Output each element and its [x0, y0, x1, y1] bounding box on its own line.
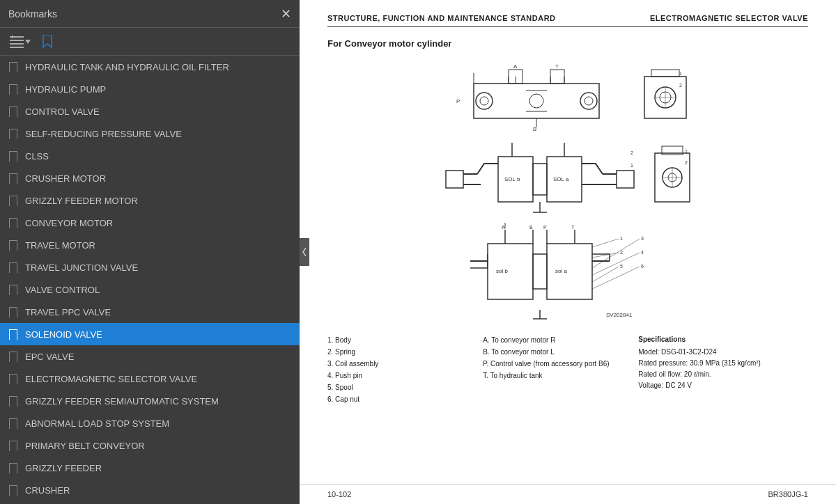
sidebar-item-1[interactable]: HYDRAULIC TANK AND HYDRAULIC OIL FILTER	[0, 56, 300, 78]
sidebar-item-2[interactable]: HYDRAULIC PUMP	[0, 78, 300, 100]
legend-item-2: 2. Spring	[327, 347, 469, 358]
bookmark-item-label: GRIZZLY FEEDER SEMIAUTOMATIC SYSTEM	[25, 396, 219, 407]
sidebar-item-21[interactable]: CRUSHER TOOTH TIP ADJUSTMENT SYSTEM	[0, 501, 300, 504]
page-footer: 10-102 BR380JG-1	[300, 484, 836, 504]
svg-text:1: 1	[685, 149, 688, 154]
bookmark-item-icon	[8, 485, 18, 496]
bookmark-item-label: TRAVEL PPC VALVE	[25, 307, 111, 317]
bookmark-item-icon	[8, 418, 18, 429]
svg-rect-64	[547, 244, 592, 299]
bookmark-panel-button[interactable]	[39, 33, 56, 50]
bookmark-item-icon	[8, 217, 18, 228]
bookmark-item-icon	[8, 150, 18, 162]
svg-text:SV202841: SV202841	[606, 312, 633, 318]
bookmark-item-icon	[8, 195, 18, 206]
diagram-bottom-main: sol b sol a 1	[467, 223, 669, 320]
chevron-left-icon	[302, 248, 307, 256]
sidebar-item-7[interactable]: GRIZZLY FEEDER MOTOR	[0, 189, 300, 212]
svg-text:SOL b: SOL b	[504, 176, 520, 182]
list-view-button[interactable]	[7, 34, 33, 49]
doc-header: STRUCTURE, FUNCTION AND MAINTENANCE STAN…	[327, 14, 808, 27]
svg-text:sol b: sol b	[496, 268, 508, 274]
svg-text:P: P	[456, 98, 460, 104]
page-content: STRUCTURE, FUNCTION AND MAINTENANCE STAN…	[300, 0, 836, 484]
bookmark-item-label: HYDRAULIC TANK AND HYDRAULIC OIL FILTER	[25, 62, 229, 72]
svg-rect-27	[651, 70, 679, 77]
specs-col: Specifications Model: DSG-01-3C2-D24 Rat…	[638, 334, 808, 406]
sidebar-item-9[interactable]: TRAVEL MOTOR	[0, 234, 300, 256]
bookmark-icon	[42, 35, 53, 49]
svg-line-80	[592, 239, 640, 268]
svg-rect-12	[550, 70, 564, 84]
sidebar-item-20[interactable]: CRUSHER	[0, 479, 300, 501]
svg-rect-34	[446, 171, 463, 188]
svg-line-79	[592, 253, 619, 258]
bookmark-item-label: HYDRAULIC PUMP	[25, 84, 106, 95]
svg-rect-61	[488, 244, 533, 299]
list-icon	[10, 36, 24, 48]
collapse-sidebar-button[interactable]	[300, 238, 309, 266]
sidebar-item-10[interactable]: TRAVEL JUNCTION VALVE	[0, 256, 300, 278]
bookmark-item-icon	[8, 462, 18, 473]
sidebar-item-5[interactable]: CLSS	[0, 145, 300, 167]
doc-header-left: STRUCTURE, FUNCTION AND MAINTENANCE STAN…	[327, 14, 556, 22]
main-content: STRUCTURE, FUNCTION AND MAINTENANCE STAN…	[300, 0, 836, 504]
diagram-row-2: SOL b SOL a	[327, 139, 808, 216]
svg-marker-5	[25, 40, 31, 44]
legend-item-6: 6. Cap nut	[327, 394, 469, 405]
legend-col-1: 1. Body 2. Spring 3. Coil assembly 4. Pu…	[327, 334, 469, 406]
legend-col-2: A. To conveyor motor R B. To conveyor mo…	[483, 334, 624, 406]
svg-rect-3	[10, 47, 24, 48]
sidebar-item-16[interactable]: GRIZZLY FEEDER SEMIAUTOMATIC SYSTEM	[0, 390, 300, 412]
dropdown-icon	[25, 40, 31, 44]
svg-line-81	[592, 253, 640, 275]
spec-flow: Rated oil flow: 20 ℓ/min.	[638, 369, 808, 380]
footer-left: 10-102	[327, 490, 351, 498]
diagram-middle-main: SOL b SOL a	[442, 139, 637, 216]
bookmark-item-icon	[8, 284, 18, 295]
footer-right: BR380JG-1	[768, 490, 808, 498]
bookmark-item-label: EPC VALVE	[25, 352, 74, 362]
bookmark-item-icon	[8, 440, 18, 451]
sidebar-header: Bookmarks ✕	[0, 0, 300, 28]
bookmark-item-icon	[8, 173, 18, 184]
sidebar-item-4[interactable]: SELF-REDUCING PRESSURE VALVE	[0, 123, 300, 145]
sidebar-item-18[interactable]: PRIMARY BELT CONVEYOR	[0, 434, 300, 457]
svg-text:6: 6	[641, 264, 644, 269]
sidebar-item-19[interactable]: GRIZZLY FEEDER	[0, 457, 300, 479]
sidebar-item-8[interactable]: CONVEYOR MOTOR	[0, 212, 300, 234]
sidebar-item-17[interactable]: ABNORMAL LOAD STOP SYSTEM	[0, 412, 300, 434]
bookmark-item-label: VALVE CONTROL	[25, 285, 100, 295]
close-button[interactable]: ✕	[281, 8, 291, 20]
sidebar: Bookmarks ✕ HYDRAULIC TANK AND HYDRAULIC…	[0, 0, 300, 504]
bookmark-item-label: ABNORMAL LOAD STOP SYSTEM	[25, 418, 169, 429]
sidebar-item-15[interactable]: ELECTROMAGNETIC SELECTOR VALVE	[0, 368, 300, 390]
bookmark-item-label: SOLENOID VALVE	[25, 329, 102, 340]
svg-text:A: A	[513, 63, 518, 70]
bookmark-item-icon	[8, 84, 18, 95]
sidebar-item-11[interactable]: VALVE CONTROL	[0, 278, 300, 301]
bookmark-item-label: CRUSHER MOTOR	[25, 173, 106, 184]
svg-point-13	[529, 94, 543, 108]
bookmark-item-icon	[8, 106, 18, 117]
legend-item-b: B. To conveyor motor L	[483, 347, 624, 358]
bookmark-item-label: CONVEYOR MOTOR	[25, 218, 113, 228]
sidebar-item-12[interactable]: TRAVEL PPC VALVE	[0, 301, 300, 323]
bookmark-item-label: CRUSHER	[25, 485, 70, 496]
svg-text:1: 1	[620, 236, 623, 241]
page-title: For Conveyor motor cylinder	[327, 38, 808, 49]
svg-text:sol a: sol a	[555, 268, 567, 274]
sidebar-item-13[interactable]: SOLENOID VALVE	[0, 323, 300, 345]
sidebar-item-6[interactable]: CRUSHER MOTOR	[0, 167, 300, 189]
bookmark-item-label: ELECTROMAGNETIC SELECTOR VALVE	[25, 374, 197, 384]
legend-item-3: 3. Coil assembly	[327, 359, 469, 370]
bookmark-item-icon	[8, 395, 18, 407]
sidebar-item-3[interactable]: CONTROL VALVE	[0, 100, 300, 123]
svg-text:T: T	[571, 225, 575, 230]
svg-text:SOL a: SOL a	[553, 176, 569, 182]
svg-rect-2	[10, 43, 24, 45]
svg-rect-63	[533, 254, 547, 289]
svg-text:2: 2	[685, 160, 688, 165]
sidebar-item-14[interactable]: EPC VALVE	[0, 345, 300, 368]
bookmark-item-icon	[8, 128, 18, 139]
